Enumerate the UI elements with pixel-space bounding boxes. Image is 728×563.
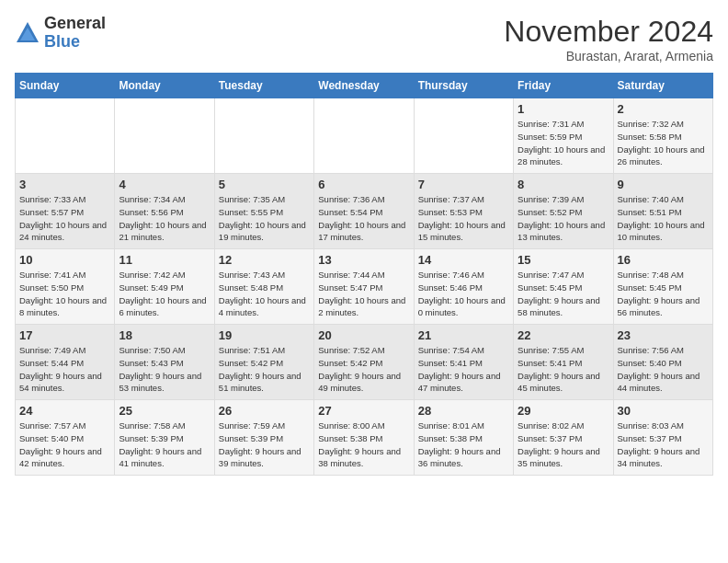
day-info: Sunrise: 7:59 AM Sunset: 5:39 PM Dayligh… xyxy=(219,419,310,470)
day-cell xyxy=(115,98,214,174)
day-cell: 26Sunrise: 7:59 AM Sunset: 5:39 PM Dayli… xyxy=(214,400,313,476)
day-info: Sunrise: 7:31 AM Sunset: 5:59 PM Dayligh… xyxy=(518,118,609,168)
day-cell: 23Sunrise: 7:56 AM Sunset: 5:40 PM Dayli… xyxy=(613,325,712,400)
day-number: 21 xyxy=(418,328,509,342)
day-cell: 1Sunrise: 7:31 AM Sunset: 5:59 PM Daylig… xyxy=(514,98,613,174)
day-info: Sunrise: 7:56 AM Sunset: 5:40 PM Dayligh… xyxy=(618,344,709,395)
day-info: Sunrise: 7:52 AM Sunset: 5:42 PM Dayligh… xyxy=(318,344,409,395)
calendar-header: Sunday Monday Tuesday Wednesday Thursday… xyxy=(16,74,713,98)
page-header: General Blue November 2024 Burastan, Ara… xyxy=(15,15,713,63)
day-cell xyxy=(16,98,115,174)
header-tuesday: Tuesday xyxy=(214,74,313,98)
day-info: Sunrise: 7:54 AM Sunset: 5:41 PM Dayligh… xyxy=(418,344,509,395)
day-info: Sunrise: 7:51 AM Sunset: 5:42 PM Dayligh… xyxy=(219,344,310,395)
day-cell: 27Sunrise: 8:00 AM Sunset: 5:38 PM Dayli… xyxy=(314,400,414,476)
day-number: 6 xyxy=(318,178,409,191)
day-info: Sunrise: 7:42 AM Sunset: 5:49 PM Dayligh… xyxy=(119,269,210,319)
day-number: 30 xyxy=(618,404,709,418)
logo: General Blue xyxy=(15,15,106,52)
week-row-1: 1Sunrise: 7:31 AM Sunset: 5:59 PM Daylig… xyxy=(16,98,713,174)
calendar-table: Sunday Monday Tuesday Wednesday Thursday… xyxy=(15,73,713,476)
day-info: Sunrise: 7:49 AM Sunset: 5:44 PM Dayligh… xyxy=(19,344,110,395)
day-info: Sunrise: 8:01 AM Sunset: 5:38 PM Dayligh… xyxy=(418,419,509,470)
week-row-2: 3Sunrise: 7:33 AM Sunset: 5:57 PM Daylig… xyxy=(16,174,713,249)
day-cell: 25Sunrise: 7:58 AM Sunset: 5:39 PM Dayli… xyxy=(115,400,214,476)
day-number: 19 xyxy=(219,328,310,342)
day-number: 28 xyxy=(418,404,509,418)
day-cell: 8Sunrise: 7:39 AM Sunset: 5:52 PM Daylig… xyxy=(514,174,613,249)
day-number: 16 xyxy=(618,253,709,267)
location-subtitle: Burastan, Ararat, Armenia xyxy=(504,49,713,63)
day-info: Sunrise: 7:44 AM Sunset: 5:47 PM Dayligh… xyxy=(318,269,409,319)
day-number: 13 xyxy=(318,253,409,267)
day-info: Sunrise: 7:32 AM Sunset: 5:58 PM Dayligh… xyxy=(618,118,709,168)
header-sunday: Sunday xyxy=(16,74,115,98)
calendar-body: 1Sunrise: 7:31 AM Sunset: 5:59 PM Daylig… xyxy=(16,98,713,476)
title-block: November 2024 Burastan, Ararat, Armenia xyxy=(504,15,713,63)
day-cell: 7Sunrise: 7:37 AM Sunset: 5:53 PM Daylig… xyxy=(414,174,513,249)
day-number: 23 xyxy=(618,328,709,342)
day-number: 8 xyxy=(518,178,609,191)
header-thursday: Thursday xyxy=(414,74,513,98)
day-cell xyxy=(214,98,313,174)
day-number: 2 xyxy=(618,102,709,116)
day-number: 3 xyxy=(19,178,110,191)
day-number: 12 xyxy=(219,253,310,267)
day-number: 15 xyxy=(518,253,609,267)
day-cell: 6Sunrise: 7:36 AM Sunset: 5:54 PM Daylig… xyxy=(314,174,414,249)
day-number: 27 xyxy=(318,404,409,418)
day-number: 24 xyxy=(19,404,110,418)
day-cell: 29Sunrise: 8:02 AM Sunset: 5:37 PM Dayli… xyxy=(514,400,613,476)
day-info: Sunrise: 7:40 AM Sunset: 5:51 PM Dayligh… xyxy=(618,193,709,244)
day-cell: 21Sunrise: 7:54 AM Sunset: 5:41 PM Dayli… xyxy=(414,325,513,400)
day-cell: 9Sunrise: 7:40 AM Sunset: 5:51 PM Daylig… xyxy=(613,174,712,249)
day-number: 22 xyxy=(518,328,609,342)
day-number: 7 xyxy=(418,178,509,191)
day-cell: 28Sunrise: 8:01 AM Sunset: 5:38 PM Dayli… xyxy=(414,400,513,476)
day-info: Sunrise: 7:47 AM Sunset: 5:45 PM Dayligh… xyxy=(518,269,609,319)
day-info: Sunrise: 7:50 AM Sunset: 5:43 PM Dayligh… xyxy=(119,344,210,395)
day-cell: 12Sunrise: 7:43 AM Sunset: 5:48 PM Dayli… xyxy=(214,249,313,325)
day-cell: 14Sunrise: 7:46 AM Sunset: 5:46 PM Dayli… xyxy=(414,249,513,325)
header-wednesday: Wednesday xyxy=(314,74,414,98)
day-number: 14 xyxy=(418,253,509,267)
day-cell: 30Sunrise: 8:03 AM Sunset: 5:37 PM Dayli… xyxy=(613,400,712,476)
logo-blue-text: Blue xyxy=(44,32,80,51)
day-number: 11 xyxy=(119,253,210,267)
day-info: Sunrise: 7:55 AM Sunset: 5:41 PM Dayligh… xyxy=(518,344,609,395)
day-info: Sunrise: 7:35 AM Sunset: 5:55 PM Dayligh… xyxy=(219,193,310,244)
month-title: November 2024 xyxy=(504,15,713,49)
header-row: Sunday Monday Tuesday Wednesday Thursday… xyxy=(16,74,713,98)
day-number: 18 xyxy=(119,328,210,342)
day-info: Sunrise: 7:58 AM Sunset: 5:39 PM Dayligh… xyxy=(119,419,210,470)
day-cell: 16Sunrise: 7:48 AM Sunset: 5:45 PM Dayli… xyxy=(613,249,712,325)
week-row-4: 17Sunrise: 7:49 AM Sunset: 5:44 PM Dayli… xyxy=(16,325,713,400)
day-number: 4 xyxy=(119,178,210,191)
day-cell: 15Sunrise: 7:47 AM Sunset: 5:45 PM Dayli… xyxy=(514,249,613,325)
header-friday: Friday xyxy=(514,74,613,98)
day-cell: 4Sunrise: 7:34 AM Sunset: 5:56 PM Daylig… xyxy=(115,174,214,249)
day-info: Sunrise: 8:00 AM Sunset: 5:38 PM Dayligh… xyxy=(318,419,409,470)
header-saturday: Saturday xyxy=(613,74,712,98)
day-info: Sunrise: 7:36 AM Sunset: 5:54 PM Dayligh… xyxy=(318,193,409,244)
day-cell: 3Sunrise: 7:33 AM Sunset: 5:57 PM Daylig… xyxy=(16,174,115,249)
day-number: 5 xyxy=(219,178,310,191)
day-number: 29 xyxy=(518,404,609,418)
day-cell: 19Sunrise: 7:51 AM Sunset: 5:42 PM Dayli… xyxy=(214,325,313,400)
day-cell: 2Sunrise: 7:32 AM Sunset: 5:58 PM Daylig… xyxy=(613,98,712,174)
logo-icon xyxy=(15,20,40,46)
day-cell: 18Sunrise: 7:50 AM Sunset: 5:43 PM Dayli… xyxy=(115,325,214,400)
day-info: Sunrise: 7:37 AM Sunset: 5:53 PM Dayligh… xyxy=(418,193,509,244)
day-cell: 5Sunrise: 7:35 AM Sunset: 5:55 PM Daylig… xyxy=(214,174,313,249)
day-cell: 13Sunrise: 7:44 AM Sunset: 5:47 PM Dayli… xyxy=(314,249,414,325)
week-row-3: 10Sunrise: 7:41 AM Sunset: 5:50 PM Dayli… xyxy=(16,249,713,325)
day-info: Sunrise: 7:46 AM Sunset: 5:46 PM Dayligh… xyxy=(418,269,509,319)
day-cell: 17Sunrise: 7:49 AM Sunset: 5:44 PM Dayli… xyxy=(16,325,115,400)
day-number: 9 xyxy=(618,178,709,191)
day-info: Sunrise: 7:41 AM Sunset: 5:50 PM Dayligh… xyxy=(19,269,110,319)
day-info: Sunrise: 7:34 AM Sunset: 5:56 PM Dayligh… xyxy=(119,193,210,244)
day-info: Sunrise: 7:43 AM Sunset: 5:48 PM Dayligh… xyxy=(219,269,310,319)
day-number: 26 xyxy=(219,404,310,418)
day-number: 20 xyxy=(318,328,409,342)
day-number: 1 xyxy=(518,102,609,116)
